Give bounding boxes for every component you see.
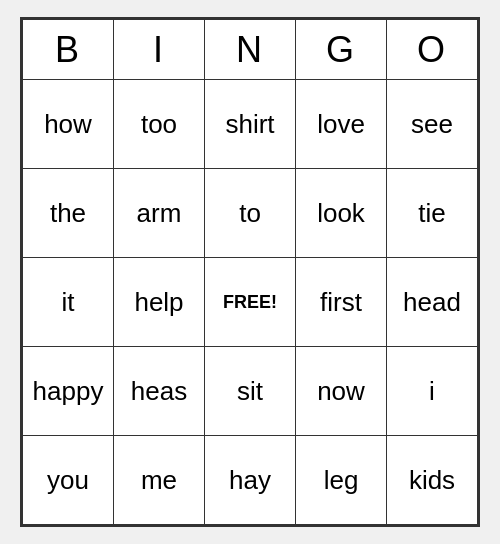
table-cell: see <box>387 80 478 169</box>
table-cell: now <box>296 347 387 436</box>
table-cell: it <box>23 258 114 347</box>
header-row: B I N G O <box>23 20 478 80</box>
table-cell: sit <box>205 347 296 436</box>
header-b: B <box>23 20 114 80</box>
table-cell: tie <box>387 169 478 258</box>
header-i: I <box>114 20 205 80</box>
bingo-card: B I N G O howtooshirtloveseethearmtolook… <box>20 17 480 527</box>
table-cell: head <box>387 258 478 347</box>
table-cell: how <box>23 80 114 169</box>
table-cell: heas <box>114 347 205 436</box>
table-cell: too <box>114 80 205 169</box>
header-n: N <box>205 20 296 80</box>
header-o: O <box>387 20 478 80</box>
table-cell: kids <box>387 436 478 525</box>
table-row: howtooshirtlovesee <box>23 80 478 169</box>
table-row: thearmtolooktie <box>23 169 478 258</box>
table-cell: leg <box>296 436 387 525</box>
table-cell: i <box>387 347 478 436</box>
table-cell: me <box>114 436 205 525</box>
table-cell: hay <box>205 436 296 525</box>
header-g: G <box>296 20 387 80</box>
table-cell: help <box>114 258 205 347</box>
table-cell: love <box>296 80 387 169</box>
table-cell: you <box>23 436 114 525</box>
table-cell: look <box>296 169 387 258</box>
table-row: happyheassitnowi <box>23 347 478 436</box>
table-cell: first <box>296 258 387 347</box>
table-cell: arm <box>114 169 205 258</box>
bingo-table: B I N G O howtooshirtloveseethearmtolook… <box>22 19 478 525</box>
table-cell: shirt <box>205 80 296 169</box>
table-cell: FREE! <box>205 258 296 347</box>
table-row: ithelpFREE!firsthead <box>23 258 478 347</box>
table-cell: happy <box>23 347 114 436</box>
table-row: youmehaylegkids <box>23 436 478 525</box>
table-cell: the <box>23 169 114 258</box>
table-cell: to <box>205 169 296 258</box>
